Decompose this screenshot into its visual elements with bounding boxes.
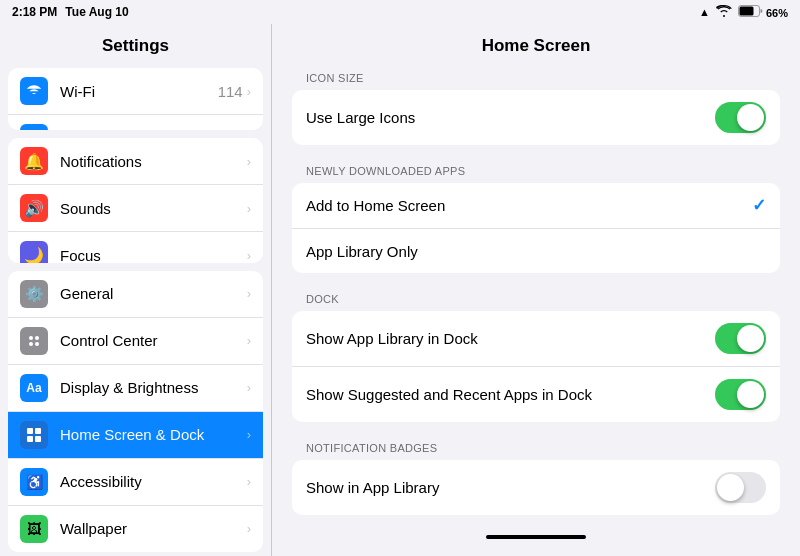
app-library-label: App Library Only xyxy=(306,243,766,260)
sidebar-notifications-label: Notifications xyxy=(60,153,247,170)
settings-section-badges: NOTIFICATION BADGES Show in App Library xyxy=(292,442,780,515)
chevron-icon: › xyxy=(247,248,251,263)
svg-point-5 xyxy=(35,342,39,346)
signal-icon: ▲ xyxy=(699,6,710,18)
toggle-knob xyxy=(737,381,764,408)
section-header-badges: NOTIFICATION BADGES xyxy=(292,442,780,454)
notifications-icon: 🔔 xyxy=(20,147,48,175)
focus-icon: 🌙 xyxy=(20,241,48,263)
settings-row-show-library[interactable]: Show in App Library xyxy=(292,460,780,515)
sidebar-sounds-label: Sounds xyxy=(60,200,247,217)
sounds-icon: 🔊 xyxy=(20,194,48,222)
status-bar: 2:18 PM Tue Aug 10 ▲ 66% xyxy=(0,0,800,24)
chevron-icon: › xyxy=(247,333,251,348)
sidebar-focus-label: Focus xyxy=(60,247,247,263)
settings-group-new-apps: Add to Home Screen ✓ App Library Only xyxy=(292,183,780,273)
show-recent-label: Show Suggested and Recent Apps in Dock xyxy=(306,386,715,403)
chevron-icon: › xyxy=(247,427,251,442)
sidebar-general-label: General xyxy=(60,285,247,302)
sidebar-control-label: Control Center xyxy=(60,332,247,349)
sidebar-title: Settings xyxy=(0,24,271,64)
sidebar-item-bluetooth[interactable]: Bluetooth On › xyxy=(8,115,263,130)
chevron-icon: › xyxy=(247,380,251,395)
chevron-icon: › xyxy=(247,521,251,536)
settings-group-badges: Show in App Library xyxy=(292,460,780,515)
svg-point-3 xyxy=(35,336,39,340)
show-library-label: Show in App Library xyxy=(306,479,715,496)
sidebar-item-focus[interactable]: 🌙 Focus › xyxy=(8,232,263,263)
sidebar-wifi-value: 114 xyxy=(218,83,243,100)
settings-group-icon-size: Use Large Icons xyxy=(292,90,780,145)
homescreen-icon xyxy=(20,421,48,449)
status-time: 2:18 PM xyxy=(12,5,57,19)
chevron-icon: › xyxy=(247,474,251,489)
sidebar-item-notifications[interactable]: 🔔 Notifications › xyxy=(8,138,263,185)
sidebar-item-control-center[interactable]: Control Center › xyxy=(8,318,263,365)
sidebar-bluetooth-value: On xyxy=(223,130,243,131)
battery-icon: 66% xyxy=(738,5,788,19)
content-area: Home Screen ICON SIZE Use Large Icons NE… xyxy=(272,24,800,556)
battery-percent: 66% xyxy=(766,7,788,19)
settings-row-show-recent[interactable]: Show Suggested and Recent Apps in Dock xyxy=(292,367,780,422)
settings-row-show-app-library[interactable]: Show App Library in Dock xyxy=(292,311,780,367)
chevron-icon: › xyxy=(247,201,251,216)
chevron-icon: › xyxy=(247,84,251,99)
sidebar-section-general-settings: 🔔 Notifications › 🔊 Sounds › 🌙 Focus › ⏱… xyxy=(8,138,263,263)
settings-section-dock: DOCK Show App Library in Dock Show Sugge… xyxy=(292,293,780,422)
show-recent-toggle[interactable] xyxy=(715,379,766,410)
wifi-icon xyxy=(716,5,732,19)
bluetooth-icon xyxy=(20,124,48,130)
scroll-indicator xyxy=(486,535,586,539)
show-app-library-toggle[interactable] xyxy=(715,323,766,354)
chevron-icon: › xyxy=(247,286,251,301)
section-header-icon-size: ICON SIZE xyxy=(292,72,780,84)
toggle-knob xyxy=(717,474,744,501)
wallpaper-icon: 🖼 xyxy=(20,515,48,543)
svg-rect-8 xyxy=(27,436,33,442)
large-icons-label: Use Large Icons xyxy=(306,109,715,126)
svg-point-4 xyxy=(29,342,33,346)
sidebar-item-sounds[interactable]: 🔊 Sounds › xyxy=(8,185,263,232)
settings-row-app-library[interactable]: App Library Only xyxy=(292,229,780,273)
svg-rect-7 xyxy=(35,428,41,434)
svg-rect-1 xyxy=(739,7,753,16)
sidebar-item-general[interactable]: ⚙️ General › xyxy=(8,271,263,318)
toggle-knob xyxy=(737,104,764,131)
show-app-library-label: Show App Library in Dock xyxy=(306,330,715,347)
sidebar-item-accessibility[interactable]: ♿ Accessibility › xyxy=(8,459,263,506)
settings-section-icon-size: ICON SIZE Use Large Icons xyxy=(292,72,780,145)
add-home-check: ✓ xyxy=(752,195,766,216)
sidebar-homescreen-label: Home Screen & Dock xyxy=(60,426,247,443)
show-library-toggle[interactable] xyxy=(715,472,766,503)
settings-group-dock: Show App Library in Dock Show Suggested … xyxy=(292,311,780,422)
sidebar-section-connectivity: Wi-Fi 114 › Bluetooth On › xyxy=(8,68,263,130)
status-date: Tue Aug 10 xyxy=(65,5,128,19)
accessibility-icon: ♿ xyxy=(20,468,48,496)
section-header-new-apps: NEWLY DOWNLOADED APPS xyxy=(292,165,780,177)
sidebar-bluetooth-label: Bluetooth xyxy=(60,130,223,131)
sidebar-item-wallpaper[interactable]: 🖼 Wallpaper › xyxy=(8,506,263,552)
general-icon: ⚙️ xyxy=(20,280,48,308)
section-header-dock: DOCK xyxy=(292,293,780,305)
sidebar-accessibility-label: Accessibility xyxy=(60,473,247,490)
sidebar: Settings Wi-Fi 114 › Bluetooth On › xyxy=(0,24,272,556)
wifi-icon xyxy=(20,77,48,105)
svg-rect-6 xyxy=(27,428,33,434)
control-center-icon xyxy=(20,327,48,355)
sidebar-wifi-label: Wi-Fi xyxy=(60,83,218,100)
toggle-knob xyxy=(737,325,764,352)
svg-point-2 xyxy=(29,336,33,340)
app-container: Settings Wi-Fi 114 › Bluetooth On › xyxy=(0,24,800,556)
svg-rect-9 xyxy=(35,436,41,442)
large-icons-toggle[interactable] xyxy=(715,102,766,133)
display-icon: Aa xyxy=(20,374,48,402)
sidebar-display-label: Display & Brightness xyxy=(60,379,247,396)
sidebar-item-display[interactable]: Aa Display & Brightness › xyxy=(8,365,263,412)
add-home-label: Add to Home Screen xyxy=(306,197,752,214)
sidebar-item-wifi[interactable]: Wi-Fi 114 › xyxy=(8,68,263,115)
settings-row-large-icons[interactable]: Use Large Icons xyxy=(292,90,780,145)
settings-section-new-apps: NEWLY DOWNLOADED APPS Add to Home Screen… xyxy=(292,165,780,273)
chevron-icon: › xyxy=(247,154,251,169)
sidebar-item-homescreen[interactable]: Home Screen & Dock › xyxy=(8,412,263,459)
settings-row-add-home[interactable]: Add to Home Screen ✓ xyxy=(292,183,780,229)
